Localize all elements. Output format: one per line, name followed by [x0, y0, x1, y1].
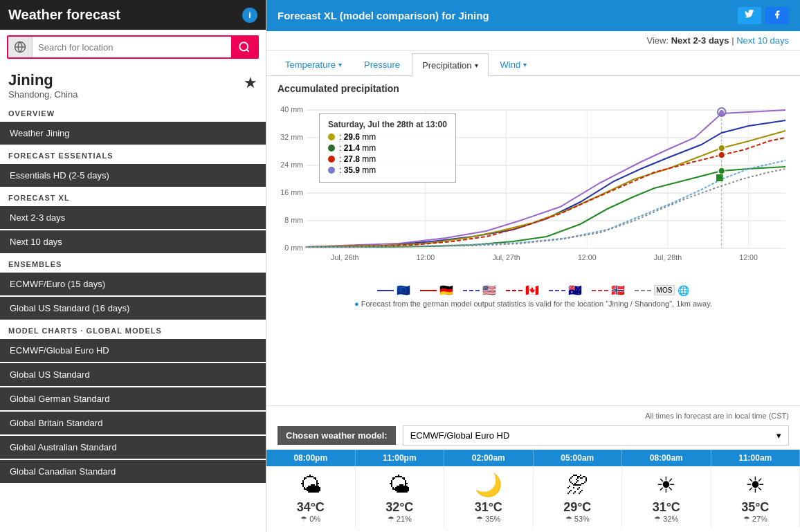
tab-wind-label: Wind — [500, 59, 521, 70]
svg-point-30 — [718, 152, 725, 158]
search-button[interactable] — [231, 37, 257, 57]
sidebar-item-next-10[interactable]: Next 10 days — [0, 230, 266, 253]
weather-cards: 🌤 34°C ☂ 0% 🌤 32°C ☂ 21% 🌙 31°C ☂ — [266, 466, 800, 528]
weather-temp-3: 29°C — [536, 500, 619, 515]
all-times-note: All times in forecast are in local time … — [266, 410, 800, 421]
chevron-down-icon-precip: ▾ — [475, 62, 478, 69]
facebook-button[interactable] — [765, 7, 789, 24]
tab-wind[interactable]: Wind ▾ — [490, 53, 538, 75]
sidebar-item-global-us[interactable]: Global US Standard — [0, 363, 266, 386]
legend-label-mos: MOS — [654, 285, 675, 295]
weather-card-2: 🌙 31°C ☂ 35% — [444, 466, 534, 528]
location-info: Jining Shandong, China ★ — [0, 64, 266, 104]
chart-note: ● Forecast from the german model output … — [278, 300, 789, 308]
tab-temperature-label: Temperature — [285, 59, 336, 70]
weather-precip-2: ☂ 35% — [447, 515, 530, 524]
next-10-days-link[interactable]: Next 10 days — [736, 35, 789, 46]
app-title: Weather forecast — [8, 7, 120, 23]
svg-point-29 — [718, 167, 725, 174]
svg-text:12:00: 12:00 — [417, 253, 435, 262]
sidebar-item-global-canadian[interactable]: Global Canadian Standard — [0, 460, 266, 483]
note-dot: ● — [354, 300, 359, 308]
chart-note-text: Forecast from the german model output st… — [361, 300, 712, 308]
globe-icon — [8, 37, 33, 57]
weather-precip-0: ☂ 0% — [269, 515, 352, 524]
tab-pressure-label: Pressure — [364, 59, 400, 70]
favorite-star-icon[interactable]: ★ — [244, 74, 257, 92]
search-input[interactable] — [33, 38, 231, 57]
sidebar-item-next-2-3[interactable]: Next 2-3 days — [0, 206, 266, 229]
legend-mos: MOS 🌐 — [635, 285, 690, 296]
sidebar-item-global-us-standard[interactable]: Global US Standard (16 days) — [0, 297, 266, 320]
weather-temp-1: 32°C — [358, 500, 442, 515]
weather-temp-5: 35°C — [714, 500, 797, 515]
model-section: All times in forecast are in local time … — [266, 405, 800, 532]
svg-rect-32 — [716, 174, 723, 181]
svg-text:40 mm: 40 mm — [280, 105, 303, 113]
sidebar-item-weather-jining[interactable]: Weather Jining — [0, 122, 266, 145]
svg-text:32 mm: 32 mm — [280, 133, 303, 141]
tab-temperature[interactable]: Temperature ▾ — [275, 53, 352, 75]
chosen-weather-model-label: Chosen weather model: — [278, 426, 396, 445]
forecast-header: Forecast XL (model comparison) for Jinin… — [266, 0, 800, 31]
legend-line-au — [549, 290, 565, 291]
info-icon[interactable]: i — [242, 8, 257, 23]
sidebar-item-ecmwf-euro[interactable]: ECMWF/Euro (15 days) — [0, 273, 266, 295]
chart-title: Accumulated precipitation — [278, 83, 789, 94]
weather-temp-0: 34°C — [269, 500, 352, 515]
legend-ca: 🇨🇦 — [506, 284, 539, 297]
weather-card-0: 🌤 34°C ☂ 0% — [266, 466, 356, 528]
legend-flag-au: 🇦🇺 — [568, 284, 582, 297]
tab-precipitation[interactable]: Precipitation ▾ — [412, 53, 489, 76]
twitter-button[interactable] — [738, 7, 761, 24]
sidebar-item-essentials-hd[interactable]: Essentials HD (2-5 days) — [0, 164, 266, 187]
view-label: View: Next 2-3 days | — [647, 35, 737, 46]
umbrella-icon-3: ☂ — [565, 515, 572, 523]
weather-icon-0: 🌤 — [269, 473, 352, 497]
svg-text:12:00: 12:00 — [739, 253, 758, 262]
svg-point-28 — [718, 145, 725, 152]
weather-precip-4: ☂ 32% — [625, 515, 708, 524]
weather-icon-2: 🌙 — [447, 473, 530, 497]
tab-pressure[interactable]: Pressure — [354, 53, 410, 75]
weather-precip-5: ☂ 27% — [714, 515, 797, 524]
section-header-essentials: Forecast Essentials — [0, 146, 266, 163]
search-bar — [7, 35, 259, 59]
chart-container: Saturday, Jul the 28th at 13:00 : 29.6 m… — [278, 100, 789, 279]
chevron-down-icon-wind: ▾ — [523, 61, 527, 68]
sidebar-section-essentials: Forecast Essentials Essentials HD (2-5 d… — [0, 146, 266, 188]
legend-line-no — [592, 290, 608, 291]
chart-legend: 🇪🇺 🇩🇪 🇺🇸 🇨🇦 🇦🇺 🇳🇴 — [278, 284, 789, 297]
sidebar: Weather forecast i Jining Shandong, Chin… — [0, 0, 266, 532]
svg-text:16 mm: 16 mm — [280, 188, 303, 196]
precipitation-chart: 40 mm 32 mm 24 mm 16 mm 8 mm 0 mm Jul, 2… — [278, 100, 789, 266]
sidebar-item-global-britain[interactable]: Global Britain Standard — [0, 412, 266, 434]
sidebar-item-global-australian[interactable]: Global Australian Standard — [0, 436, 266, 459]
legend-line-us — [463, 290, 480, 291]
sidebar-item-ecmwf-global[interactable]: ECMWF/Global Euro HD — [0, 339, 266, 362]
weather-times-row: 08:00pm 11:00pm 02:00am 05:00am 08:00am … — [266, 450, 800, 466]
umbrella-icon-1: ☂ — [388, 515, 394, 523]
model-dropdown-value: ECMWF/Global Euro HD — [410, 430, 510, 441]
svg-text:Jul, 28th: Jul, 28th — [654, 253, 682, 262]
umbrella-icon-0: ☂ — [300, 515, 307, 523]
model-dropdown[interactable]: ECMWF/Global Euro HD ▾ — [403, 425, 789, 446]
legend-flag-eu: 🇪🇺 — [397, 284, 410, 297]
weather-icon-3: ⛈ — [536, 473, 619, 497]
tab-precipitation-label: Precipitation — [422, 60, 472, 71]
weather-precip-3: ☂ 53% — [536, 515, 619, 524]
legend-de: 🇩🇪 — [420, 284, 453, 297]
legend-flag-de: 🇩🇪 — [439, 284, 453, 297]
legend-line-ca — [506, 290, 522, 291]
svg-text:0 mm: 0 mm — [284, 244, 303, 252]
umbrella-icon-5: ☂ — [743, 515, 750, 523]
legend-flag-ca: 🇨🇦 — [525, 284, 539, 297]
model-selector: Chosen weather model: ECMWF/Global Euro … — [266, 421, 800, 450]
svg-point-2 — [239, 42, 248, 51]
svg-point-34 — [720, 110, 724, 114]
sidebar-section-model-charts: Model Charts · Global Models ECMWF/Globa… — [0, 321, 266, 484]
weather-temp-2: 31°C — [447, 500, 530, 515]
sidebar-item-global-german[interactable]: Global German Standard — [0, 387, 266, 410]
weather-icon-4: ☀ — [625, 473, 708, 497]
svg-line-3 — [246, 49, 248, 51]
